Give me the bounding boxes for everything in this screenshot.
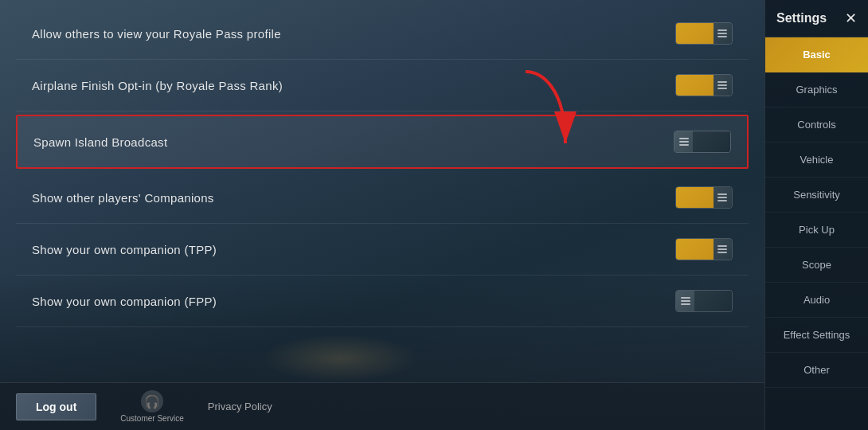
sidebar-navigation: Basic Graphics Controls Vehicle Sensitiv… — [765, 37, 868, 388]
setting-label-show-companions: Show other players' Companions — [32, 191, 214, 205]
setting-label-own-companion-tpp: Show your own companion (TPP) — [32, 243, 217, 256]
setting-label-airplane-finish: Airplane Finish Opt-in (by Royale Pass R… — [32, 79, 283, 92]
setting-row-spawn-island: Spawn Island Broadcast — [16, 115, 749, 169]
setting-row-show-companions: Show other players' Companions — [16, 172, 749, 224]
toggle-grip-area — [674, 131, 693, 152]
toggle-grip-area — [714, 75, 732, 96]
grip-lines — [681, 297, 690, 305]
sidebar-item-basic[interactable]: Basic — [765, 37, 868, 72]
sidebar-item-graphics[interactable]: Graphics — [765, 72, 868, 108]
toggle-on-portion — [676, 239, 714, 260]
toggle-on-portion — [676, 75, 714, 96]
grip-line — [679, 138, 689, 139]
sidebar-item-scope[interactable]: Scope — [765, 248, 868, 283]
grip-lines — [717, 194, 727, 201]
grip-line — [717, 200, 727, 201]
close-icon[interactable]: ✕ — [845, 10, 857, 27]
setting-label-own-companion-fpp: Show your own companion (FPP) — [32, 295, 217, 308]
toggle-spawn-island[interactable] — [674, 131, 731, 153]
customer-service-button[interactable]: 🎧 Customer Service — [120, 390, 183, 423]
sidebar-item-vehicle[interactable]: Vehicle — [765, 143, 868, 178]
grip-line — [679, 141, 689, 143]
grip-line — [717, 88, 727, 89]
logout-button[interactable]: Log out — [16, 393, 96, 420]
grip-line — [679, 144, 689, 146]
setting-row-airplane-finish: Airplane Finish Opt-in (by Royale Pass R… — [16, 60, 749, 111]
customer-service-label: Customer Service — [120, 414, 183, 423]
grip-lines — [717, 81, 727, 89]
toggle-on-portion — [676, 187, 714, 208]
sidebar-item-controls[interactable]: Controls — [765, 108, 868, 143]
grip-line — [681, 303, 690, 305]
settings-list: Allow others to view your Royale Pass pr… — [0, 0, 764, 335]
grip-line — [717, 81, 727, 83]
toggle-own-companion-tpp[interactable] — [675, 238, 733, 260]
privacy-policy-link[interactable]: Privacy Policy — [208, 401, 272, 412]
toggle-royale-pass[interactable] — [675, 22, 733, 45]
toggle-off-portion — [694, 291, 732, 311]
grip-line — [681, 297, 690, 299]
grip-lines — [717, 245, 727, 253]
toggle-off-portion — [693, 131, 730, 152]
grip-lines — [717, 29, 727, 37]
setting-label-spawn-island: Spawn Island Broadcast — [33, 135, 167, 149]
sidebar-item-other[interactable]: Other — [765, 353, 868, 388]
toggle-grip-area — [676, 291, 694, 311]
sidebar-item-sensitivity[interactable]: Sensitivity — [765, 178, 868, 213]
grip-line — [717, 245, 727, 247]
sidebar-item-effect-settings[interactable]: Effect Settings — [765, 318, 868, 353]
sidebar-header: Settings ✕ — [765, 0, 868, 37]
grip-line — [717, 194, 727, 195]
main-content: Allow others to view your Royale Pass pr… — [0, 0, 764, 430]
toggle-grip-area — [714, 239, 732, 260]
grip-line — [717, 29, 727, 31]
grip-line — [717, 36, 727, 37]
toggle-grip-area — [714, 23, 732, 44]
grip-line — [717, 33, 727, 34]
grip-lines — [679, 138, 689, 146]
toggle-on-portion — [676, 23, 714, 44]
grip-line — [681, 300, 690, 302]
grip-line — [717, 197, 727, 198]
customer-service-icon: 🎧 — [141, 390, 163, 412]
setting-label-royale-pass: Allow others to view your Royale Pass pr… — [32, 27, 281, 41]
sidebar-title: Settings — [776, 11, 827, 25]
grip-line — [717, 248, 727, 250]
toggle-airplane-finish[interactable] — [675, 74, 733, 96]
toggle-own-companion-fpp[interactable] — [675, 290, 733, 312]
grip-line — [717, 84, 727, 86]
toggle-grip-area — [714, 187, 732, 208]
sidebar-item-pick-up[interactable]: Pick Up — [765, 213, 868, 248]
grip-line — [717, 252, 727, 253]
sidebar-item-audio[interactable]: Audio — [765, 283, 868, 318]
setting-row-own-companion-fpp: Show your own companion (FPP) — [16, 276, 749, 327]
setting-row-royale-pass: Allow others to view your Royale Pass pr… — [16, 8, 749, 60]
toggle-show-companions[interactable] — [675, 186, 733, 209]
sidebar: Settings ✕ Basic Graphics Controls Vehic… — [764, 0, 868, 430]
setting-row-own-companion-tpp: Show your own companion (TPP) — [16, 224, 749, 276]
bottom-bar: Log out 🎧 Customer Service Privacy Polic… — [0, 382, 764, 430]
